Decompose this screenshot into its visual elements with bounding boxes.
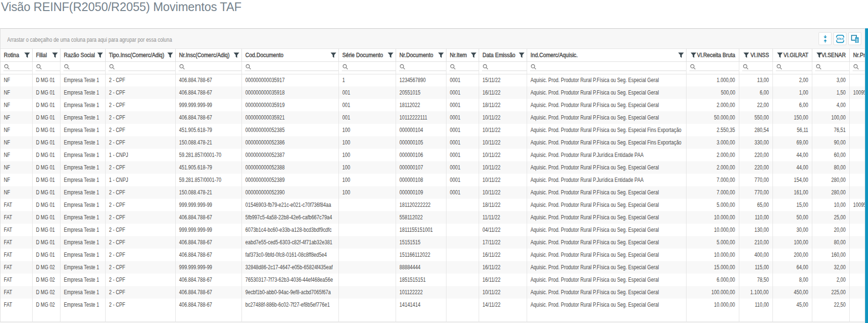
svg-text:xlsx: xlsx [836, 36, 844, 41]
